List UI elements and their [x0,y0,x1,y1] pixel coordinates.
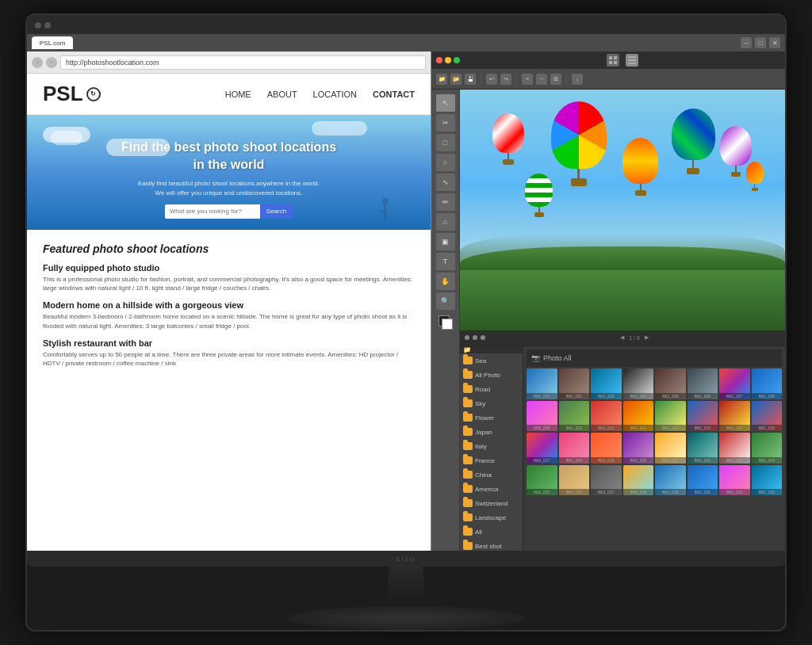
folder-item[interactable]: Italy [460,439,523,453]
folder-item[interactable]: All Photo [460,368,523,382]
maximize-button[interactable]: □ [755,37,766,48]
thumbnail-item[interactable]: IMG_019 [591,433,622,464]
search-button[interactable]: Search [260,204,293,219]
tool-ellipse[interactable]: ○ [436,154,455,171]
dual-screen-area: ‹ › http://photoshootlocation.com PSL ↻ [27,52,785,551]
tool-fill[interactable]: ▣ [436,233,455,250]
thumbnail-item[interactable]: IMG_006 [688,368,718,399]
folder-item[interactable]: Sea [460,353,523,368]
thumbnail-item[interactable]: IMG_029 [655,465,686,496]
thumbnail-item[interactable]: IMG_009 [527,401,557,432]
url-bar[interactable]: http://photoshootlocation.com [60,55,426,70]
folder-item[interactable]: All [460,525,523,539]
minimize-button[interactable]: ─ [741,37,752,48]
app-minimize-btn[interactable] [445,57,451,63]
toolbar-zoom-in[interactable]: + [522,74,533,85]
toolbar-fit[interactable]: ⊞ [550,74,561,85]
thumbnail-item[interactable]: IMG_016 [752,401,783,432]
thumbnail-item[interactable]: IMG_022 [688,433,718,464]
tool-select[interactable]: ↖ [436,94,455,112]
list-view-btn[interactable] [626,54,638,67]
sidebar-header-icon: 📁 [463,346,471,353]
thumbnail-item[interactable]: IMG_013 [655,401,686,432]
tool-rect[interactable]: □ [436,134,455,151]
toolbar-zoom-out[interactable]: − [536,74,547,85]
thumbnail-item[interactable]: IMG_021 [655,433,686,464]
thumbnail-item[interactable]: IMG_025 [527,465,557,496]
thumbnail-item[interactable]: IMG_012 [623,401,654,432]
thumbnail-item[interactable]: IMG_014 [688,401,718,432]
location-title-2: Modern home on a hillside with a gorgeou… [43,300,415,310]
folder-item[interactable]: Road [460,382,523,396]
grid-view-btn[interactable] [607,54,619,67]
folder-item[interactable]: China [460,468,523,482]
folder-item[interactable]: Flower [460,410,523,425]
tool-crop[interactable]: ✂ [436,114,455,132]
tool-lasso[interactable]: ∿ [436,174,455,191]
thumbnail-item[interactable]: IMG_001 [527,368,557,399]
tool-text[interactable]: T [436,253,455,270]
thumbnail-item[interactable]: IMG_032 [752,465,783,496]
hero-section: Find the best photo shoot locationsin th… [27,115,431,230]
tool-zoom[interactable]: 🔍 [436,292,455,310]
toolbar-new[interactable]: 📁 [436,74,447,85]
folder-item[interactable]: Landscape [460,510,523,525]
thumbnail-item[interactable]: IMG_017 [527,433,557,464]
folder-item[interactable]: Sky [460,396,523,410]
thumbnail-item[interactable]: IMG_005 [655,368,686,399]
color-swatch[interactable] [439,315,453,330]
tool-brush[interactable]: ⌂ [436,213,455,231]
photo-app-titlebar [431,52,785,69]
thumbnail-item[interactable]: IMG_030 [688,465,718,496]
thumbnail-item[interactable]: IMG_002 [559,368,590,399]
thumbnail-item[interactable]: IMG_008 [752,368,783,399]
thumbnail-item[interactable]: IMG_015 [719,401,750,432]
toolbar-rotate[interactable]: ↩ [486,74,497,85]
nav-home[interactable]: HOME [225,90,251,99]
thumbnail-item[interactable]: IMG_004 [623,368,654,399]
folder-item[interactable]: Switzerland [460,496,523,510]
logo-icon: ↻ [86,87,101,101]
thumbnail-item[interactable]: IMG_027 [591,465,622,496]
toolbar-download[interactable]: ↓ [572,74,583,85]
folder-item[interactable]: America [460,482,523,496]
status-page: 1 / 8 [629,335,640,341]
thumbnail-item[interactable]: IMG_010 [559,401,590,432]
thumbnail-item[interactable]: IMG_023 [719,433,750,464]
tool-pen[interactable]: ✏ [436,193,455,211]
hero-search-bar: Search [43,204,415,219]
toolbar-open[interactable]: 📂 [450,74,462,85]
thumbnail-item[interactable]: IMG_007 [719,368,750,399]
cloud-2 [51,131,82,145]
app-close-btn[interactable] [436,57,442,63]
folder-icon [463,528,473,536]
folder-item[interactable]: Best shot [460,539,523,551]
thumbnail-item[interactable]: IMG_028 [623,465,654,496]
thumbnail-item[interactable]: IMG_018 [559,433,590,464]
thumbnail-item[interactable]: IMG_031 [719,465,750,496]
nav-location[interactable]: LOCATION [313,90,357,99]
search-input[interactable] [165,204,260,219]
nav-about[interactable]: ABOUT [267,90,297,99]
thumbnail-item[interactable]: IMG_026 [559,465,590,496]
tool-hand[interactable]: ✋ [436,273,455,290]
app-toolbar: 📁 📂 💾 ↩ ↪ + − ⊞ ↓ [431,69,785,90]
folder-name: All [475,529,482,536]
browser-tab[interactable]: PSL.com [32,36,73,49]
forward-button[interactable]: › [46,57,57,68]
toolbar-save[interactable]: 💾 [465,74,476,85]
nav-contact[interactable]: CONTACT [373,90,415,99]
toolbar-flip[interactable]: ↪ [500,74,511,85]
close-button[interactable]: ✕ [769,37,780,48]
thumbnail-item[interactable]: IMG_024 [752,433,783,464]
app-maximize-btn[interactable] [454,57,460,63]
thumbnail-item[interactable]: IMG_020 [623,433,654,464]
back-button[interactable]: ‹ [32,57,43,68]
folder-item[interactable]: Japan [460,425,523,439]
thumbnail-item[interactable]: IMG_003 [591,368,622,399]
folder-icon [463,456,473,464]
folder-item[interactable]: France [460,453,523,468]
thumbnail-item[interactable]: IMG_011 [591,401,622,432]
app-view-controls [465,54,780,67]
location-title-1: Fully equipped photo studio [43,263,415,273]
